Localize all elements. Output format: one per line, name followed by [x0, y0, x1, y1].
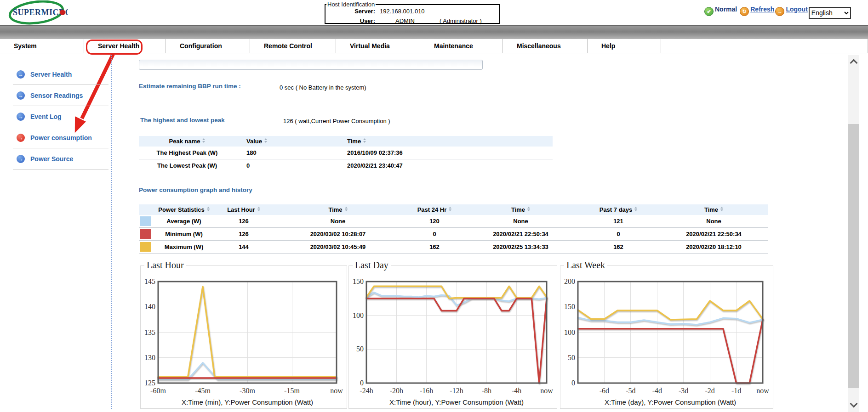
column-header-past-24-hr[interactable]: Past 24 Hr: [405, 204, 464, 215]
swatch-cell: [139, 241, 152, 254]
table-cell: 2016/10/09 02:37:36: [304, 147, 553, 159]
nav-item-maintenance[interactable]: Maintenance: [420, 39, 503, 53]
table-cell: 0: [235, 159, 304, 172]
y-tick-label: 150: [353, 277, 364, 285]
y-tick-label: 150: [564, 303, 575, 310]
sidebar-item-power-source[interactable]: →Power Source: [13, 148, 108, 169]
scroll-down-button[interactable]: [848, 399, 859, 411]
nav-item-miscellaneous[interactable]: Miscellaneous: [503, 39, 588, 53]
sort-icon[interactable]: [720, 207, 723, 211]
x-tick-label: now: [756, 387, 769, 395]
scroll-up-button[interactable]: [848, 56, 859, 68]
table-cell: Maximum (W): [152, 241, 216, 254]
sidebar-item-label: Power Source: [30, 155, 73, 163]
sort-icon[interactable]: [264, 138, 267, 143]
y-tick-label: 50: [568, 354, 575, 361]
nav-item-system[interactable]: System: [0, 39, 84, 53]
table-cell: 126: [216, 215, 271, 228]
sort-icon[interactable]: [363, 138, 366, 143]
sidebar-item-label: Server Health: [30, 71, 72, 78]
x-tick-label: -3d: [679, 387, 688, 395]
sidebar-item-sensor-readings[interactable]: →Sensor Readings: [13, 85, 108, 106]
sidebar-item-power-consumption[interactable]: →Power consumption: [13, 127, 108, 148]
table-cell: 126: [216, 228, 271, 241]
column-header-label: Past 24 Hr: [417, 206, 447, 213]
nav-item-label: Remote Control: [264, 42, 312, 50]
y-tick-label: 0: [360, 379, 364, 387]
column-header-time[interactable]: Time: [660, 204, 768, 215]
column-header-past-7-days[interactable]: Past 7 days: [577, 204, 660, 215]
sort-icon[interactable]: [257, 207, 260, 211]
scrollbar-thumb[interactable]: [848, 124, 859, 388]
nav-item-server-health[interactable]: Server Health: [84, 39, 166, 53]
sort-down-arrow: [202, 141, 205, 143]
x-tick-label: -6d: [600, 387, 609, 395]
table-cell: None: [271, 215, 405, 228]
table-cell: The Highest Peak (W): [139, 147, 235, 159]
refresh-icon[interactable]: ↻: [740, 7, 749, 16]
series-color-swatch: [140, 229, 151, 239]
x-tick-label: -12h: [450, 387, 463, 395]
sort-icon[interactable]: [345, 207, 348, 211]
nav-item-help[interactable]: Help: [588, 39, 661, 53]
sidebar: →Server Health→Sensor Readings→Event Log…: [13, 64, 108, 169]
sort-up-arrow: [720, 207, 723, 209]
x-tick-label: -45m: [195, 387, 211, 395]
history-header-row: Power StatisticsLast HourTimePast 24 HrT…: [139, 204, 768, 215]
table-cell: 162: [405, 241, 464, 254]
nav-item-remote-control[interactable]: Remote Control: [250, 39, 336, 53]
current-power-value: 126 ( watt,Current Power Consumption ): [283, 118, 390, 124]
column-header-label: Past 7 days: [600, 206, 633, 213]
last-day-chart: Last Day050100150-24h-20h-16h-12h-8h-4hn…: [348, 265, 557, 409]
logo-red-dot: [60, 10, 65, 15]
last-hour-title: Last Hour: [144, 260, 186, 271]
x-tick-label: -4h: [512, 387, 521, 395]
column-header-last-hour[interactable]: Last Hour: [216, 204, 271, 215]
logout-icon[interactable]: →: [775, 7, 784, 16]
sort-down-arrow: [363, 141, 366, 143]
x-tick-label: -8h: [482, 387, 491, 395]
sidebar-item-server-health[interactable]: →Server Health: [13, 64, 108, 85]
y-tick-label: 125: [144, 379, 155, 387]
table-cell: 2020/02/20 18:12:10: [660, 241, 768, 254]
nav-item-label: Server Health: [98, 42, 139, 50]
logout-link[interactable]: Logout: [786, 6, 807, 13]
host-identification-legend: Host Identification: [326, 1, 376, 8]
sidebar-item-event-log[interactable]: →Event Log: [13, 106, 108, 127]
server-value: 192.168.001.010: [380, 8, 425, 15]
table-cell: 121: [577, 215, 660, 228]
column-header-peak-name[interactable]: Peak name: [139, 136, 235, 147]
column-header-time[interactable]: Time: [271, 204, 405, 215]
table-cell: 2020/03/02 10:45:49: [271, 241, 405, 254]
x-tick-label: -24h: [360, 387, 373, 395]
sort-icon[interactable]: [527, 207, 530, 211]
sort-up-arrow: [345, 207, 348, 209]
sort-icon[interactable]: [634, 207, 637, 211]
language-select[interactable]: English: [809, 7, 851, 19]
nav-item-virtual-media[interactable]: Virtual Media: [336, 39, 420, 53]
sidebar-separator: [111, 55, 112, 409]
power-statistics-table: Power StatisticsLast HourTimePast 24 HrT…: [139, 204, 768, 254]
nav-item-label: Miscellaneous: [517, 42, 561, 50]
column-header-time[interactable]: Time: [464, 204, 577, 215]
status-area: ✔Normal↻Refresh→LogoutEnglish: [704, 6, 868, 19]
user-label: User:: [339, 17, 375, 24]
sort-icon[interactable]: [449, 207, 451, 211]
nav-item-configuration[interactable]: Configuration: [166, 39, 250, 53]
sort-icon[interactable]: [202, 138, 205, 143]
arrow-circle-icon: →: [17, 134, 25, 142]
sort-icon[interactable]: [207, 207, 210, 211]
refresh-link[interactable]: Refresh: [750, 6, 774, 13]
bbp-runtime-value: 0 sec ( No Battery in the system): [280, 84, 366, 91]
main-menu: SystemServer HealthConfigurationRemote C…: [0, 39, 868, 53]
column-header-value[interactable]: Value: [235, 136, 304, 147]
sidebar-item-label: Event Log: [30, 113, 62, 120]
column-header-time[interactable]: Time: [304, 136, 553, 147]
sort-up-arrow: [264, 138, 267, 140]
last-week-title: Last Week: [564, 260, 607, 271]
status-normal-icon: ✔: [704, 7, 714, 16]
sort-up-arrow: [202, 138, 205, 140]
table-cell: None: [464, 215, 577, 228]
column-header-power-statistics[interactable]: Power Statistics: [152, 204, 216, 215]
column-header-label: Time: [328, 206, 342, 213]
